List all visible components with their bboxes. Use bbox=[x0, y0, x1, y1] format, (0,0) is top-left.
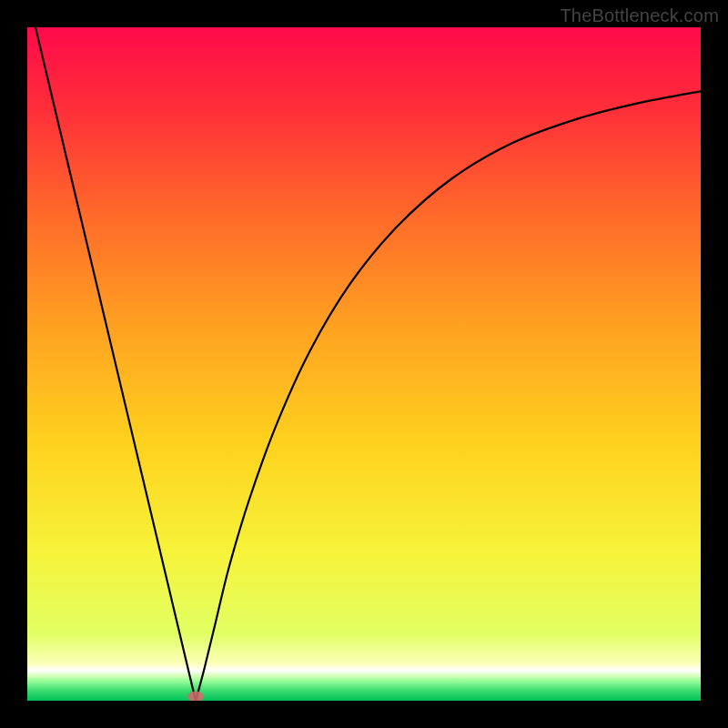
plot-area bbox=[27, 27, 701, 701]
chart-frame: TheBottleneck.com bbox=[0, 0, 728, 728]
attribution-label: TheBottleneck.com bbox=[560, 5, 719, 26]
bottleneck-chart bbox=[27, 27, 701, 701]
gradient-background bbox=[27, 27, 701, 701]
